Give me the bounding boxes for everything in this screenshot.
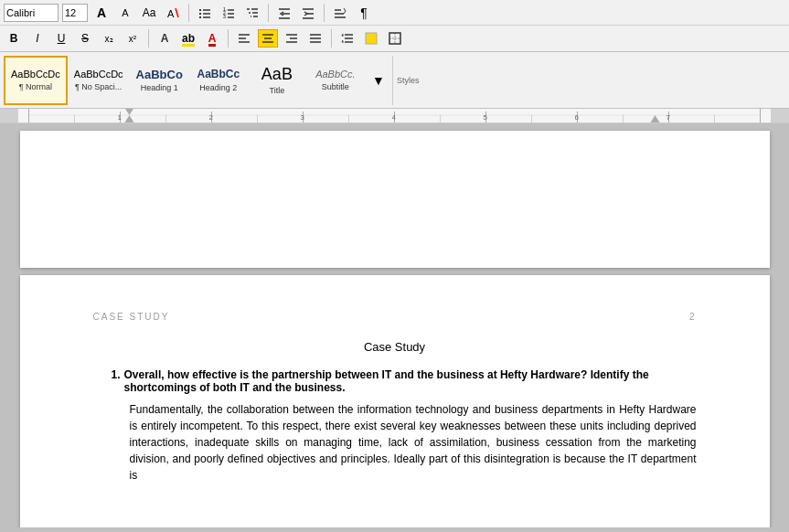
font-aa-button[interactable]: Aa — [139, 4, 159, 22]
toolbar-row2: B I U S x₂ x² A ab A — [0, 26, 789, 51]
page-header: CASE STUDY 2 — [93, 312, 697, 322]
align-left-button[interactable] — [234, 29, 254, 48]
separator6 — [331, 29, 332, 48]
svg-text:A: A — [167, 8, 175, 19]
page-header-right: 2 — [689, 312, 697, 322]
svg-text:2: 2 — [209, 113, 214, 122]
style-more-icon: ▼ — [372, 73, 385, 88]
pilcrow-button[interactable]: ¶ — [354, 4, 374, 22]
align-right-button[interactable] — [282, 29, 302, 48]
style-more[interactable]: ▼ — [365, 56, 392, 105]
styles-section-label: Styles — [392, 56, 423, 105]
svg-text:6: 6 — [575, 113, 580, 122]
style-normal[interactable]: AaBbCcDc ¶ Normal — [4, 56, 68, 105]
separator3 — [324, 4, 325, 22]
svg-marker-73 — [125, 109, 134, 115]
svg-rect-6 — [199, 16, 201, 18]
style-heading2-label: Heading 2 — [199, 83, 237, 92]
sort-button[interactable] — [330, 4, 350, 22]
svg-marker-74 — [125, 115, 134, 122]
style-subtitle-preview: AaBbCc. — [315, 69, 355, 80]
svg-marker-75 — [651, 115, 660, 122]
question-1-text: Overall, how effective is the partnershi… — [124, 368, 697, 394]
font-name-input[interactable] — [4, 4, 59, 22]
separator4 — [148, 29, 149, 48]
superscript-button[interactable]: x² — [123, 29, 143, 48]
svg-text:7: 7 — [666, 113, 671, 122]
style-heading1-preview: AaBbCo — [136, 68, 183, 82]
question-1: 1. Overall, how effective is the partner… — [93, 368, 697, 484]
separator5 — [228, 29, 229, 48]
font-color-button[interactable]: A — [202, 29, 222, 48]
svg-rect-4 — [199, 13, 201, 15]
style-heading1-label: Heading 1 — [141, 83, 178, 92]
style-heading2[interactable]: AaBbCc Heading 2 — [189, 56, 248, 105]
svg-rect-44 — [366, 33, 377, 44]
styles-section: AaBbCcDc ¶ Normal AaBbCcDc ¶ No Spaci...… — [0, 52, 789, 109]
font-size-input[interactable] — [62, 4, 88, 22]
page-header-left: CASE STUDY — [93, 312, 170, 322]
page-2: CASE STUDY 2 Case Study 1. Overall, how … — [20, 275, 770, 527]
svg-text:4: 4 — [392, 113, 397, 122]
style-title-preview: AaB — [261, 65, 293, 85]
multilevel-list-button[interactable] — [242, 4, 262, 22]
ruler: 1 2 3 4 5 6 7 — [0, 109, 789, 123]
bullet-list-button[interactable] — [195, 4, 215, 22]
numbered-list-button[interactable]: 1.2.3. — [219, 4, 239, 22]
subscript-button[interactable]: x₂ — [99, 29, 119, 48]
svg-text:1: 1 — [118, 113, 123, 122]
strikethrough-button[interactable]: S — [75, 29, 95, 48]
style-nospace-preview: AaBbCcDc — [74, 69, 123, 80]
page-1 — [20, 131, 770, 268]
svg-text:3: 3 — [301, 113, 305, 122]
toolbar-row1: A A Aa A 1.2.3. ¶ — [0, 0, 789, 26]
style-heading2-preview: AaBbCc — [197, 68, 240, 80]
font-grow-button[interactable]: A — [91, 4, 112, 22]
document-area: CASE STUDY 2 Case Study 1. Overall, how … — [0, 123, 789, 527]
style-normal-preview: AaBbCcDc — [11, 69, 60, 80]
justify-button[interactable] — [305, 29, 325, 48]
svg-line-1 — [176, 8, 178, 17]
style-title-label: Title — [270, 86, 285, 95]
borders-button[interactable] — [385, 29, 405, 48]
style-nospace-label: ¶ No Spaci... — [75, 82, 122, 91]
font-shrink-button[interactable]: A — [115, 4, 135, 22]
page-title: Case Study — [93, 340, 697, 354]
style-nospace[interactable]: AaBbCcDc ¶ No Spaci... — [68, 56, 130, 105]
align-center-button[interactable] — [258, 29, 278, 48]
answer-1-text: Fundamentally, the collaboration between… — [130, 401, 697, 484]
italic-button[interactable]: I — [27, 29, 48, 48]
decrease-indent-button[interactable] — [274, 4, 294, 22]
style-subtitle-label: Subtitle — [322, 82, 349, 91]
bold-button[interactable]: B — [4, 29, 24, 48]
clear-format-button[interactable]: A — [163, 4, 183, 22]
style-subtitle[interactable]: AaBbCc. Subtitle — [306, 56, 365, 105]
highlight-button[interactable]: ab — [178, 29, 198, 48]
svg-text:5: 5 — [484, 113, 488, 122]
style-title[interactable]: AaB Title — [248, 56, 306, 105]
text-effect-button[interactable]: A — [155, 29, 175, 48]
underline-button[interactable]: U — [51, 29, 71, 48]
increase-indent-button[interactable] — [298, 4, 318, 22]
question-1-number: 1. — [112, 368, 121, 381]
svg-rect-2 — [199, 9, 201, 11]
separator1 — [188, 4, 189, 22]
style-heading1[interactable]: AaBbCo Heading 1 — [130, 56, 189, 105]
line-spacing-button[interactable] — [337, 29, 357, 48]
style-normal-label: ¶ Normal — [19, 82, 52, 91]
styles-group: AaBbCcDc ¶ Normal AaBbCcDc ¶ No Spaci...… — [4, 54, 392, 107]
shading-button[interactable] — [361, 29, 381, 48]
svg-text:3.: 3. — [223, 14, 227, 19]
separator2 — [268, 4, 269, 22]
